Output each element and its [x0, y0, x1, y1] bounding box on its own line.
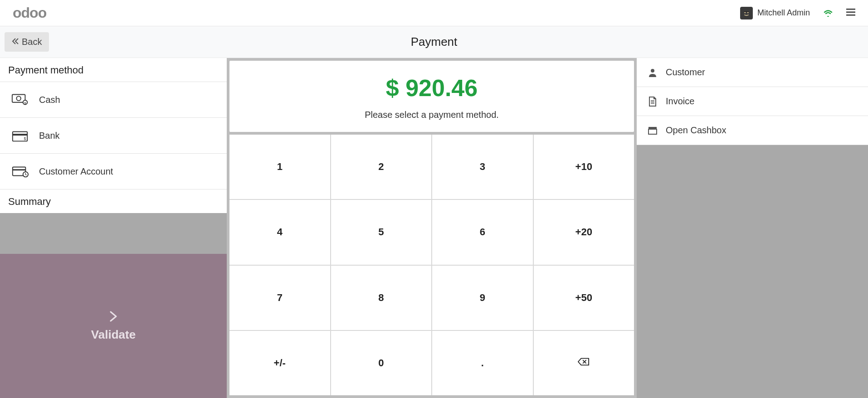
validate-label: Validate [91, 328, 136, 342]
numpad-plus-20[interactable]: +20 [534, 200, 634, 264]
amount-message: Please select a payment method. [365, 110, 499, 120]
svg-rect-15 [13, 169, 26, 170]
payment-method-cash[interactable]: $ Cash [0, 82, 227, 118]
amount-box: $ 920.46 Please select a payment method. [229, 61, 634, 132]
action-customer[interactable]: Customer [637, 58, 868, 87]
svg-rect-6 [846, 15, 855, 16]
payment-method-label: Cash [39, 95, 60, 105]
numpad-2[interactable]: 2 [331, 135, 432, 199]
invoice-icon [648, 97, 658, 107]
sub-header: Back Payment [0, 26, 868, 58]
payment-method-label: Bank [39, 131, 60, 141]
action-label: Invoice [666, 96, 694, 107]
svg-point-8 [16, 96, 21, 101]
svg-rect-12 [13, 134, 27, 136]
main-area: Payment method $ Cash $ Bank Customer Ac… [0, 58, 868, 398]
header-right: Mitchell Admin [740, 7, 855, 19]
numpad-4[interactable]: 4 [229, 200, 330, 264]
summary-heading: Summary [0, 189, 227, 213]
numpad-backspace[interactable] [534, 331, 634, 395]
numpad-7[interactable]: 7 [229, 266, 330, 330]
right-panel: Customer Invoice Open Cashbox [637, 58, 868, 398]
customer-account-icon [11, 164, 29, 179]
action-label: Open Cashbox [666, 125, 726, 136]
action-open-cashbox[interactable]: Open Cashbox [637, 116, 868, 145]
page-title: Payment [411, 35, 458, 49]
svg-rect-5 [846, 11, 855, 13]
bank-icon: $ [11, 128, 29, 143]
payment-method-heading: Payment method [0, 58, 227, 82]
action-label: Customer [666, 67, 705, 78]
numpad-1[interactable]: 1 [229, 135, 330, 199]
numpad-9[interactable]: 9 [432, 266, 533, 330]
center-panel: $ 920.46 Please select a payment method.… [227, 58, 637, 398]
numpad-6[interactable]: 6 [432, 200, 533, 264]
wifi-icon[interactable] [823, 8, 834, 19]
svg-rect-4 [846, 9, 855, 10]
back-button[interactable]: Back [5, 32, 49, 52]
summary-empty [0, 213, 227, 254]
user-icon [648, 68, 658, 78]
numpad-plus-10[interactable]: +10 [534, 135, 634, 199]
numpad-3[interactable]: 3 [432, 135, 533, 199]
svg-text:$: $ [24, 136, 26, 141]
payment-method-bank[interactable]: $ Bank [0, 118, 227, 154]
svg-rect-3 [744, 11, 749, 12]
payment-method-customer-account[interactable]: Customer Account [0, 154, 227, 189]
svg-rect-0 [742, 9, 751, 17]
numpad-0[interactable]: 0 [331, 331, 432, 395]
cashbox-icon [648, 126, 658, 136]
numpad-plus-50[interactable]: +50 [534, 266, 634, 330]
left-panel: Payment method $ Cash $ Bank Customer Ac… [0, 58, 227, 398]
numpad-5[interactable]: 5 [331, 200, 432, 264]
numpad: 1 2 3 +10 4 5 6 +20 7 8 9 +50 +/- 0 . [229, 135, 634, 395]
validate-button[interactable]: Validate [0, 254, 227, 398]
user-menu[interactable]: Mitchell Admin [740, 7, 810, 19]
user-name: Mitchell Admin [757, 8, 810, 18]
numpad-sign[interactable]: +/- [229, 331, 330, 395]
hamburger-icon[interactable] [846, 8, 855, 18]
cash-icon: $ [11, 92, 29, 107]
back-label: Back [22, 37, 42, 47]
odoo-logo: odoo [13, 5, 46, 21]
numpad-8[interactable]: 8 [331, 266, 432, 330]
chevron-left-double-icon [12, 37, 19, 47]
chevron-right-icon [108, 310, 118, 326]
amount-value: $ 920.46 [386, 74, 478, 102]
backspace-icon [578, 357, 590, 369]
left-top: Payment method $ Cash $ Bank Customer Ac… [0, 58, 227, 213]
svg-rect-22 [649, 129, 657, 134]
top-header: odoo Mitchell Admin [0, 0, 868, 26]
avatar [740, 7, 753, 19]
svg-point-17 [651, 69, 654, 73]
numpad-dot[interactable]: . [432, 331, 533, 395]
payment-method-label: Customer Account [39, 166, 113, 177]
action-invoice[interactable]: Invoice [637, 87, 868, 116]
